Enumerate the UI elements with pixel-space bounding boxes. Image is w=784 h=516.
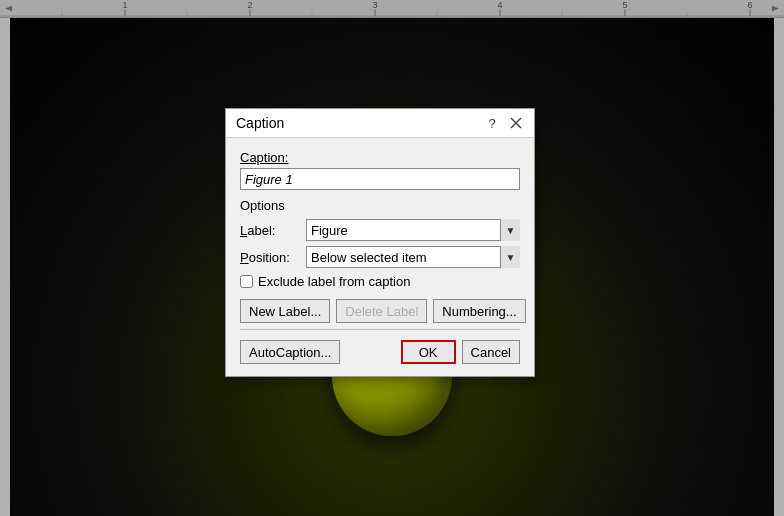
caption-input[interactable] <box>240 168 520 190</box>
new-label-button[interactable]: New Label... <box>240 299 330 323</box>
position-select-wrapper: Below selected item Above selected item … <box>306 246 520 268</box>
caption-dialog: Caption ? Caption: Options Label: Figur <box>225 108 535 377</box>
cancel-button[interactable]: Cancel <box>462 340 520 364</box>
exclude-label-text[interactable]: Exclude label from caption <box>258 274 410 289</box>
options-label: Options <box>240 198 520 213</box>
numbering-button[interactable]: Numbering... <box>433 299 525 323</box>
caption-label: Caption: <box>240 150 520 165</box>
caption-field-group: Caption: <box>240 150 520 198</box>
close-button[interactable] <box>508 115 524 131</box>
bottom-button-row: AutoCaption... OK Cancel <box>240 336 520 364</box>
position-select[interactable]: Below selected item Above selected item <box>306 246 520 268</box>
dialog-divider <box>240 329 520 330</box>
button-row-1: New Label... Delete Label Numbering... <box>240 299 520 323</box>
dialog-titlebar: Caption ? <box>226 109 534 138</box>
exclude-label-checkbox[interactable] <box>240 275 253 288</box>
ok-button[interactable]: OK <box>401 340 456 364</box>
label-key: Label: <box>240 223 300 238</box>
label-select[interactable]: Figure Table Equation <box>306 219 520 241</box>
delete-label-button[interactable]: Delete Label <box>336 299 427 323</box>
autocaption-button[interactable]: AutoCaption... <box>240 340 340 364</box>
dialog-body: Caption: Options Label: Figure Table Equ… <box>226 138 534 376</box>
help-button[interactable]: ? <box>484 115 500 131</box>
dialog-title: Caption <box>236 115 284 131</box>
label-select-wrapper: Figure Table Equation ▼ <box>306 219 520 241</box>
position-key: Position: <box>240 250 300 265</box>
label-row: Label: Figure Table Equation ▼ <box>240 219 520 241</box>
position-row: Position: Below selected item Above sele… <box>240 246 520 268</box>
exclude-checkbox-row: Exclude label from caption <box>240 274 520 289</box>
titlebar-controls: ? <box>484 115 524 131</box>
close-icon <box>510 117 522 129</box>
